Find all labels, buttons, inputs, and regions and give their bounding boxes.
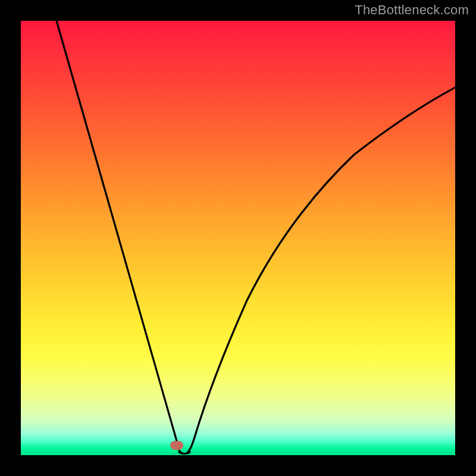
chart-frame: TheBottleneck.com [0,0,476,476]
bottleneck-curve [21,21,455,455]
optimal-point-marker [170,441,183,450]
plot-area [21,21,455,455]
curve-valley-join [179,452,190,454]
curve-left-branch [57,21,181,453]
curve-right-branch [187,87,455,453]
watermark-text: TheBottleneck.com [355,2,469,18]
